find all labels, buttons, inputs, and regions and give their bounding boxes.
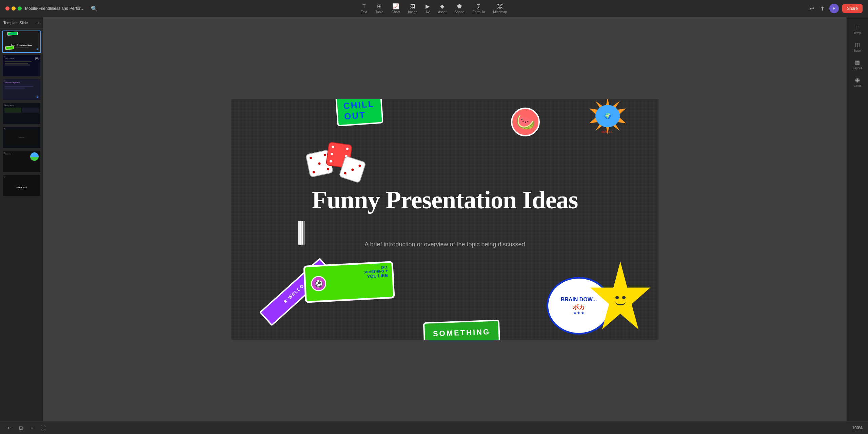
toolbar-table[interactable]: ⊞ Table [372, 2, 387, 15]
topbar-right: ↩ ⬆ P Share [808, 4, 863, 13]
sticker-chill-out[interactable]: CHILLOUT [335, 99, 383, 127]
template-slide-label: Template Slide [3, 21, 28, 25]
slide-main-title[interactable]: Funny Presentation Ideas [312, 186, 578, 214]
slide-thumb-3[interactable]: 3 PowerPoint Night Ideas 👁 [2, 78, 41, 101]
sticker-barcode [298, 221, 304, 245]
layout-icon: ▦ [855, 59, 860, 65]
shape-label: Shape [455, 10, 465, 14]
image-icon: 🖼 [410, 3, 415, 10]
base-icon: ◫ [855, 41, 860, 48]
slide-thumb-2[interactable]: 2 List of Contents 🎮 [2, 54, 41, 77]
base-label: Base [854, 49, 861, 52]
asset-icon: ◆ [440, 3, 444, 10]
view-grid-button[interactable]: ⊞ [17, 424, 25, 432]
chart-icon: 📈 [392, 3, 399, 10]
shape-icon: ⬟ [457, 3, 462, 10]
image-label: Image [408, 10, 417, 14]
slide-thumb-1[interactable]: 1 CHILL OUT Funny Presentation Ideas A b… [2, 31, 41, 53]
toolbar-shape[interactable]: ⬟ Shape [451, 2, 468, 15]
main-area: Template Slide + 1 CHILL OUT Funny Prese… [0, 17, 868, 421]
topbar: Mobile-Friendliness and Performance As..… [0, 0, 868, 17]
text-icon: T [362, 3, 366, 10]
undo-history-button[interactable]: ↩ [5, 424, 14, 432]
template-slide-bar: Template Slide + [0, 17, 43, 29]
avatar[interactable]: P [829, 4, 839, 13]
slide-thumb-5[interactable]: 5 Content Slide [2, 126, 41, 149]
bottom-bar: ↩ ⊞ ≡ ⛶ 100% [0, 421, 868, 434]
search-button[interactable]: 🔍 [90, 4, 99, 13]
av-label: AV [426, 10, 430, 14]
canvas-area[interactable]: CHILLOUT [43, 17, 846, 421]
toolbar-formula[interactable]: ∑ Formula [469, 2, 489, 15]
view-list-button[interactable]: ≡ [28, 424, 35, 432]
mindmap-icon: 🕸 [497, 3, 503, 10]
add-slide-button[interactable]: + [37, 20, 40, 25]
av-icon: ▶ [426, 3, 430, 10]
template-label: Temp [853, 31, 861, 35]
sticker-earth-day[interactable]: 🌍 EARTH DA... [587, 99, 628, 135]
text-label: Text [361, 10, 367, 14]
chart-label: Chart [392, 10, 400, 14]
undo-button[interactable]: ↩ [808, 4, 815, 13]
toolbar-chart[interactable]: 📈 Chart [388, 2, 403, 15]
template-icon: ≡ [856, 24, 859, 30]
right-panel-item-layout[interactable]: ▦ Layout [848, 56, 867, 73]
app-title: Mobile-Friendliness and Performance As..… [25, 6, 86, 11]
slide-num-1: 1 [4, 32, 5, 35]
toolbar: T Text ⊞ Table 📈 Chart 🖼 Image ▶ AV ◆ As… [358, 2, 511, 15]
right-panel: ≡ Temp ◫ Base ▦ Layout ◉ Color [846, 17, 868, 421]
left-panel: Template Slide + 1 CHILL OUT Funny Prese… [0, 17, 43, 421]
asset-label: Asset [438, 10, 447, 14]
slide-1-icon: 👁 [36, 48, 39, 51]
share-button[interactable]: Share [842, 4, 863, 13]
toolbar-image[interactable]: 🖼 Image [405, 2, 421, 15]
upload-button[interactable]: ⬆ [819, 4, 826, 13]
toolbar-text[interactable]: T Text [358, 2, 371, 15]
slide-subtitle[interactable]: A brief introduction or overview of the … [364, 241, 525, 248]
sticker-do-something[interactable]: ⚽ DO SOMETHING ✦ YOU LIKE [303, 261, 395, 303]
slide-thumb-7[interactable]: 7 Thank you! [2, 174, 41, 196]
toolbar-asset[interactable]: ◆ Asset [435, 2, 450, 15]
fullscreen-button[interactable]: ⛶ [39, 424, 47, 432]
formula-label: Formula [473, 10, 485, 14]
right-panel-item-temp[interactable]: ≡ Temp [848, 21, 867, 37]
zoom-level: 100% [852, 426, 863, 430]
minimize-window-btn[interactable] [12, 6, 16, 11]
right-panel-top: ≡ Temp ◫ Base ▦ Layout ◉ Color [848, 21, 867, 90]
right-panel-item-color[interactable]: ◉ Color [848, 74, 867, 90]
sticker-something-ticket[interactable]: SOMETHING [423, 320, 500, 340]
right-panel-item-base[interactable]: ◫ Base [848, 39, 867, 55]
topbar-left: Mobile-Friendliness and Performance As..… [5, 4, 107, 13]
color-label: Color [854, 84, 861, 88]
close-window-btn[interactable] [5, 6, 9, 11]
toolbar-av[interactable]: ▶ AV [422, 2, 433, 15]
slide-thumb-6[interactable]: 6 Little text here [2, 150, 41, 172]
color-icon: ◉ [855, 77, 860, 83]
slides-list: 1 CHILL OUT Funny Presentation Ideas A b… [0, 29, 43, 421]
formula-icon: ∑ [477, 3, 480, 10]
window-controls [5, 6, 22, 11]
sticker-watermelon[interactable]: 🍉 [511, 108, 540, 136]
mindmap-label: Mindmap [493, 10, 507, 14]
maximize-window-btn[interactable] [18, 6, 22, 11]
toolbar-mindmap[interactable]: 🕸 Mindmap [490, 2, 510, 15]
sticker-dice[interactable] [308, 143, 367, 187]
slide-thumb-4[interactable]: 4 Talking Points [2, 102, 41, 125]
layout-label: Layout [853, 67, 862, 70]
sticker-star-character[interactable] [589, 262, 652, 336]
table-label: Table [375, 10, 383, 14]
table-icon: ⊞ [377, 3, 381, 10]
slide-canvas: CHILLOUT [231, 99, 658, 340]
